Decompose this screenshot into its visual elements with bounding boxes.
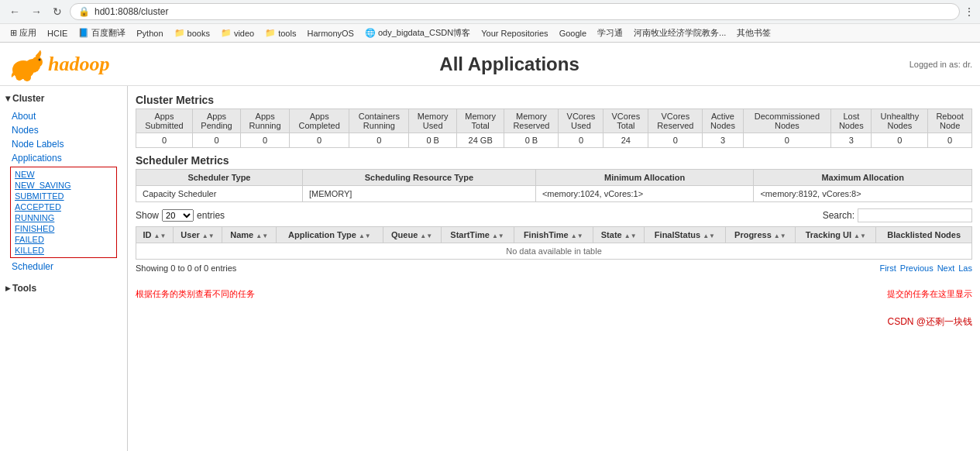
page-title: All Applications [109, 53, 909, 75]
table-controls: Show 20 10 50 100 entries Search: [136, 208, 972, 222]
pagination-last[interactable]: Las [958, 263, 972, 273]
bookmark-others[interactable]: 其他书签 [733, 26, 775, 40]
app-col-name[interactable]: Name ▲▼ [222, 227, 277, 243]
scheduler-row: Capacity Scheduler [MEMORY] <memory:1024… [136, 186, 972, 202]
sidebar-link-nodelabels[interactable]: Node Labels [4, 137, 123, 151]
val-decommissioned-nodes: 0 [743, 133, 831, 148]
bookmark-video[interactable]: 📁 video [217, 26, 258, 40]
col-decommissioned-nodes: DecommissionedNodes [743, 109, 831, 133]
app-col-tracking[interactable]: Tracking UI ▲▼ [796, 227, 876, 243]
app-col-type[interactable]: Application Type ▲▼ [277, 227, 383, 243]
browser-menu-icon[interactable]: ⋮ [965, 6, 974, 17]
sidebar-link-nodes[interactable]: Nodes [4, 123, 123, 137]
hadoop-logo-text: hadoop [48, 53, 109, 76]
sidebar-link-about[interactable]: About [4, 109, 123, 123]
bookmark-harmonyos[interactable]: HarmonyOS [303, 27, 358, 40]
pagination-first[interactable]: First [879, 263, 896, 273]
col-vcores-used: VCoresUsed [559, 109, 603, 133]
show-entries: Show 20 10 50 100 entries [136, 209, 225, 222]
svg-point-3 [15, 71, 23, 81]
sidebar-link-applications[interactable]: Applications [4, 151, 123, 165]
bookmark-baidu[interactable]: 📘 百度翻译 [74, 26, 129, 40]
sidebar-filter-accepted[interactable]: ACCEPTED [15, 201, 112, 212]
sidebar-tools-toggle[interactable]: ▸ Tools [4, 280, 123, 297]
bookmark-tools[interactable]: 📁 tools [261, 26, 300, 40]
sidebar-filter-new[interactable]: NEW [15, 169, 112, 180]
sched-col-resource: Scheduling Resource Type [302, 170, 535, 186]
col-containers-running: ContainersRunning [349, 109, 409, 133]
sidebar-filter-submitted[interactable]: SUBMITTED [15, 191, 112, 201]
bookmark-github[interactable]: Your Repositories [477, 27, 552, 40]
val-vcores-reserved: 0 [648, 133, 703, 148]
app-col-state[interactable]: State ▲▼ [593, 227, 645, 243]
pagination-next[interactable]: Next [937, 263, 955, 273]
sidebar-cluster-toggle[interactable]: ▾ Cluster [4, 90, 123, 107]
logo-area: hadoop [8, 46, 109, 81]
val-memory-reserved: 0 B [504, 133, 559, 148]
search-input[interactable] [858, 208, 972, 222]
svg-point-5 [39, 59, 41, 61]
pagination-previous[interactable]: Previous [900, 263, 934, 273]
sched-val-type: Capacity Scheduler [136, 186, 303, 202]
app-col-finalstatus[interactable]: FinalStatus ▲▼ [645, 227, 725, 243]
sidebar-filter-finished[interactable]: FINISHED [15, 223, 112, 234]
metrics-row: 0 0 0 0 0 0 B 24 GB 0 B 0 24 0 3 0 3 [136, 133, 972, 148]
triangle-icon: ▾ [5, 93, 10, 104]
val-unhealthy-nodes: 0 [872, 133, 928, 148]
app-col-queue[interactable]: Queue ▲▼ [383, 227, 441, 243]
refresh-button[interactable]: ↻ [50, 4, 65, 19]
val-apps-completed: 0 [290, 133, 349, 148]
app-col-starttime[interactable]: StartTime ▲▼ [441, 227, 514, 243]
val-lost-nodes: 3 [831, 133, 872, 148]
col-apps-completed: AppsCompleted [290, 109, 349, 133]
sidebar-apps-box: NEW NEW_SAVING SUBMITTED ACCEPTED RUNNIN… [10, 167, 117, 258]
app-col-blacklisted[interactable]: Blacklisted Nodes [876, 227, 972, 243]
col-memory-reserved: MemoryReserved [504, 109, 559, 133]
scheduler-metrics-table: Scheduler Type Scheduling Resource Type … [136, 169, 972, 202]
app-col-id[interactable]: ID ▲▼ [136, 227, 174, 243]
sidebar: ▾ Cluster About Nodes Node Labels Applic… [0, 86, 128, 451]
triangle-right-icon: ▸ [5, 283, 10, 294]
page-wrapper: hadoop All Applications Logged in as: dr… [0, 43, 980, 451]
col-unhealthy-nodes: UnhealthyNodes [872, 109, 928, 133]
back-button[interactable]: ← [6, 4, 23, 19]
sched-val-max: <memory:8192, vCores:8> [754, 186, 972, 202]
sched-val-min: <memory:1024, vCores:1> [535, 186, 754, 202]
app-col-finishtime[interactable]: FinishTime ▲▼ [514, 227, 593, 243]
val-apps-submitted: 0 [136, 133, 193, 148]
top-header: hadoop All Applications Logged in as: dr… [0, 43, 980, 86]
sched-col-type: Scheduler Type [136, 170, 303, 186]
applications-table: ID ▲▼ User ▲▼ Name ▲▼ Application Type ▲… [136, 226, 972, 260]
col-apps-pending: AppsPending [192, 109, 240, 133]
bookmark-xuetong[interactable]: 学习通 [593, 26, 627, 40]
entries-select[interactable]: 20 10 50 100 [162, 209, 194, 222]
address-bar[interactable]: 🔒 hd01:8088/cluster [70, 3, 960, 20]
bookmark-apps[interactable]: ⊞ 应用 [6, 26, 40, 40]
sidebar-filter-killed[interactable]: KILLED [15, 245, 112, 256]
val-apps-running: 0 [241, 133, 290, 148]
sidebar-link-scheduler[interactable]: Scheduler [4, 260, 123, 274]
bookmark-python[interactable]: Python [132, 27, 167, 40]
col-memory-used: MemoryUsed [409, 109, 456, 133]
val-reboot-node: 0 [928, 133, 972, 148]
bookmark-hcie[interactable]: HCIE [43, 27, 71, 40]
bookmark-google[interactable]: Google [555, 27, 590, 40]
app-col-user[interactable]: User ▲▼ [173, 227, 222, 243]
bookmark-ody[interactable]: 🌐 ody_bigdata_CSDN博客 [361, 26, 474, 40]
forward-button[interactable]: → [28, 4, 45, 19]
content-area: ▾ Cluster About Nodes Node Labels Applic… [0, 86, 980, 451]
val-apps-pending: 0 [192, 133, 240, 148]
sidebar-cluster-links: About Nodes Node Labels Applications NEW… [4, 109, 123, 274]
app-col-progress[interactable]: Progress ▲▼ [725, 227, 796, 243]
cluster-metrics-table: AppsSubmitted AppsPending AppsRunning Ap… [136, 108, 972, 148]
sidebar-filter-running[interactable]: RUNNING [15, 212, 112, 223]
col-lost-nodes: LostNodes [831, 109, 872, 133]
sidebar-filter-new-saving[interactable]: NEW_SAVING [15, 180, 112, 191]
hadoop-elephant-logo [8, 46, 48, 81]
no-data-row: No data available in table [136, 243, 972, 260]
bookmark-books[interactable]: 📁 books [170, 26, 214, 40]
bookmark-henan[interactable]: 河南牧业经济学院教务... [630, 26, 730, 40]
sidebar-filter-failed[interactable]: FAILED [15, 234, 112, 245]
pagination: First Previous Next Las [879, 263, 972, 273]
val-vcores-used: 0 [559, 133, 603, 148]
